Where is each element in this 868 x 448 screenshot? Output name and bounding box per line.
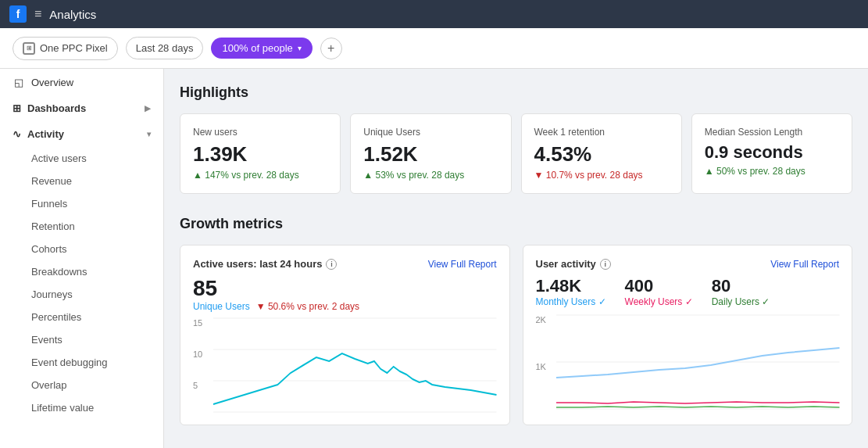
sidebar-item-overview[interactable]: ◱ Overview [0,69,163,95]
topbar: f ≡ Analytics [0,0,868,28]
chevron-down-icon: ▾ [147,130,151,138]
sidebar: ◱ Overview ⊞ Dashboards ▶ ∿ Activity ▾ A… [0,69,164,448]
highlights-grid: New users 1.39K ▲ 147% vs prev. 28 days … [180,113,852,194]
active-users-card-title: Active users: last 24 hours i [193,258,337,270]
session-length-value: 0.9 seconds [705,142,839,163]
user-activity-card: User activity i View Full Report 1.48K M… [523,245,853,425]
y-label-10: 10 [193,349,210,359]
highlight-card-unique-users: Unique Users 1.52K ▲ 53% vs prev. 28 day… [350,113,511,194]
sidebar-sub-lifetime-value[interactable]: Lifetime value [0,396,163,419]
activity-label: Activity [27,128,64,140]
chevron-down-icon: ▾ [298,44,302,52]
active-users-view-link[interactable]: View Full Report [428,259,497,270]
sidebar-sub-cohorts[interactable]: Cohorts [0,238,163,260]
weekly-label: Weekly Users ✓ [625,296,693,307]
sidebar-sub-revenue[interactable]: Revenue [0,170,163,192]
add-filter-button[interactable]: + [320,38,342,59]
retention-title: Week 1 retention [534,127,669,138]
date-filter-button[interactable]: Last 28 days [126,37,204,59]
pixel-label: One PPC Pixel [40,42,108,54]
active-users-svg [213,318,497,412]
user-activity-info-icon[interactable]: i [600,259,611,270]
sidebar-sub-percentiles[interactable]: Percentiles [0,306,163,328]
y-label-15: 15 [193,318,210,328]
sidebar-sub-retention[interactable]: Retention [0,215,163,238]
audience-label: 100% of people [222,42,292,54]
sidebar-sub-funnels[interactable]: Funnels [0,192,163,215]
activity-icon: ∿ [13,128,21,140]
chevron-right-icon: ▶ [145,104,151,113]
retention-change: ▼ 10.7% vs prev. 28 days [534,170,669,181]
pixel-filter-button[interactable]: ⊞ One PPC Pixel [13,37,118,60]
overview-icon: ◱ [13,76,25,88]
monthly-label: Monthly Users ✓ [536,296,606,307]
ua-weekly: 400 Weekly Users ✓ [625,276,693,307]
y-label-5: 5 [193,381,210,390]
sidebar-sub-active-users[interactable]: Active users [0,147,163,170]
active-users-sub-label: Unique Users [193,301,250,312]
app-title: Analytics [49,8,96,21]
user-activity-view-link[interactable]: View Full Report [770,259,839,270]
weekly-value: 400 [625,276,693,296]
highlight-card-new-users: New users 1.39K ▲ 147% vs prev. 28 days [180,113,341,194]
monthly-value: 1.48K [536,276,606,296]
sidebar-item-activity[interactable]: ∿ Activity ▾ [0,121,163,147]
overview-label: Overview [31,77,73,88]
fb-logo: f [9,5,27,23]
date-label: Last 28 days [136,42,194,54]
user-activity-svg [556,315,840,409]
sidebar-sub-overlap[interactable]: Overlap [0,374,163,396]
new-users-value: 1.39K [193,142,327,167]
session-length-change: ▲ 50% vs prev. 28 days [705,166,839,177]
new-users-title: New users [193,127,327,138]
growth-grid: Active users: last 24 hours i View Full … [180,245,852,425]
session-length-title: Median Session Length [705,127,839,138]
highlight-card-retention: Week 1 retention 4.53% ▼ 10.7% vs prev. … [521,113,682,194]
user-activity-header: User activity i View Full Report [536,258,840,270]
active-users-big-value: 85 [193,276,497,301]
unique-users-title: Unique Users [363,127,498,138]
ua-y-1k: 1K [536,362,553,371]
active-users-card: Active users: last 24 hours i View Full … [180,245,510,425]
active-users-chart: 15 10 5 [193,318,497,412]
main-layout: ◱ Overview ⊞ Dashboards ▶ ∿ Activity ▾ A… [0,69,868,448]
unique-users-change: ▲ 53% vs prev. 28 days [363,170,498,181]
daily-value: 80 [712,276,770,296]
dashboards-icon: ⊞ [13,102,21,114]
pixel-icon: ⊞ [23,42,35,55]
sidebar-sub-journeys[interactable]: Journeys [0,283,163,306]
menu-icon[interactable]: ≡ [34,7,41,21]
daily-label: Daily Users ✓ [712,296,770,307]
audience-filter-button[interactable]: 100% of people ▾ [211,38,312,59]
highlights-title: Highlights [180,84,852,101]
ua-monthly: 1.48K Monthly Users ✓ [536,276,606,307]
active-users-header: Active users: last 24 hours i View Full … [193,258,497,270]
info-icon[interactable]: i [326,259,337,270]
ua-stats: 1.48K Monthly Users ✓ 400 Weekly Users ✓… [536,276,840,307]
sidebar-sub-breakdowns[interactable]: Breakdowns [0,260,163,283]
ua-y-2k: 2K [536,315,553,324]
unique-users-value: 1.52K [363,142,498,167]
sidebar-item-dashboards[interactable]: ⊞ Dashboards ▶ [0,95,163,121]
growth-section-title: Growth metrics [180,216,852,232]
retention-value: 4.53% [534,142,669,167]
ua-daily: 80 Daily Users ✓ [712,276,770,307]
dashboards-label: Dashboards [27,102,86,114]
filterbar: ⊞ One PPC Pixel Last 28 days 100% of peo… [0,28,868,69]
sidebar-sub-events[interactable]: Events [0,328,163,351]
active-users-change: ▼ 50.6% vs prev. 2 days [256,301,359,312]
user-activity-chart: 2K 1K [536,315,840,409]
sidebar-sub-event-debugging[interactable]: Event debugging [0,351,163,374]
main-content: Highlights New users 1.39K ▲ 147% vs pre… [164,69,868,448]
new-users-change: ▲ 147% vs prev. 28 days [193,170,327,181]
highlight-card-session-length: Median Session Length 0.9 seconds ▲ 50% … [691,113,852,194]
user-activity-card-title: User activity i [536,258,611,270]
